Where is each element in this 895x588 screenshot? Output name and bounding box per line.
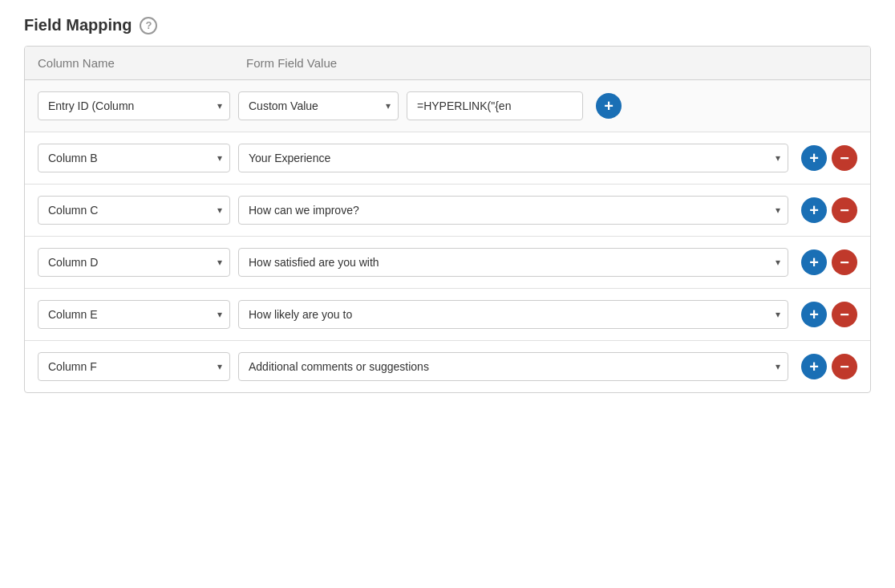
add-row-button-5[interactable]: + <box>801 302 827 327</box>
table-header: Column Name Form Field Value <box>25 47 870 80</box>
remove-row-button-6[interactable]: − <box>832 354 857 379</box>
field-select-3[interactable]: How can we improve? Your Experience <box>238 196 788 225</box>
section-header: Field Mapping ? <box>24 16 871 34</box>
custom-value-select-wrapper: Custom Value Form Field ▾ <box>238 91 399 120</box>
field-select-wrapper-2: Your Experience How can we improve? ▾ <box>238 144 788 172</box>
field-select-6[interactable]: Additional comments or suggestions Your … <box>238 352 788 381</box>
table-row: Column C Column A Column B ▾ How can we … <box>25 185 870 237</box>
add-row-button-1[interactable]: + <box>596 93 622 119</box>
column-select-wrapper-5: Column E Column A Column B ▾ <box>38 300 230 329</box>
table-row: Column E Column A Column B ▾ How likely … <box>25 289 870 341</box>
row-actions-1: + <box>596 93 622 119</box>
column-select-wrapper-6: Column F Column A Column B ▾ <box>38 352 230 381</box>
section-title-text: Field Mapping <box>24 16 132 34</box>
column-name-header: Column Name <box>38 56 246 70</box>
custom-value-select[interactable]: Custom Value Form Field <box>238 91 399 120</box>
remove-row-button-2[interactable]: − <box>832 145 857 171</box>
column-select-6[interactable]: Column F Column A Column B <box>38 352 230 381</box>
column-select-4[interactable]: Column D Column A Column B <box>38 248 230 277</box>
row-actions-5: + − <box>801 302 857 327</box>
help-icon[interactable]: ? <box>140 17 157 34</box>
row-actions-3: + − <box>801 197 857 223</box>
column-select-1[interactable]: Entry ID (Column Column A Column B <box>38 91 230 120</box>
add-row-button-3[interactable]: + <box>801 197 827 223</box>
remove-row-button-4[interactable]: − <box>832 249 857 275</box>
custom-value-input[interactable] <box>407 91 583 120</box>
form-field-header: Form Field Value <box>246 56 857 70</box>
column-select-wrapper-2: Column B Column A Column C ▾ <box>38 144 230 172</box>
field-mapping-table: Column Name Form Field Value Entry ID (C… <box>24 46 871 393</box>
field-select-4[interactable]: How satisfied are you with Your Experien… <box>238 248 788 277</box>
remove-row-button-3[interactable]: − <box>832 197 857 223</box>
remove-row-button-5[interactable]: − <box>832 302 857 327</box>
field-select-wrapper-5: How likely are you to Your Experience ▾ <box>238 300 788 329</box>
row-actions-2: + − <box>801 145 857 171</box>
table-row: Column F Column A Column B ▾ Additional … <box>25 341 870 392</box>
add-row-button-2[interactable]: + <box>801 145 827 171</box>
column-select-2[interactable]: Column B Column A Column C <box>38 144 230 172</box>
field-select-2[interactable]: Your Experience How can we improve? <box>238 144 788 172</box>
column-select-wrapper-3: Column C Column A Column B ▾ <box>38 196 230 225</box>
table-row: Entry ID (Column Column A Column B ▾ Cus… <box>25 80 870 132</box>
field-select-wrapper-6: Additional comments or suggestions Your … <box>238 352 788 381</box>
add-row-button-6[interactable]: + <box>801 354 827 379</box>
add-row-button-4[interactable]: + <box>801 249 827 275</box>
column-select-wrapper-4: Column D Column A Column B ▾ <box>38 248 230 277</box>
table-row: Column D Column A Column B ▾ How satisfi… <box>25 237 870 289</box>
field-select-wrapper-3: How can we improve? Your Experience ▾ <box>238 196 788 225</box>
column-select-wrapper-1: Entry ID (Column Column A Column B ▾ <box>38 91 230 120</box>
row-actions-4: + − <box>801 249 857 275</box>
column-select-5[interactable]: Column E Column A Column B <box>38 300 230 329</box>
field-select-5[interactable]: How likely are you to Your Experience <box>238 300 788 329</box>
row-actions-6: + − <box>801 354 857 379</box>
table-row: Column B Column A Column C ▾ Your Experi… <box>25 132 870 185</box>
column-select-3[interactable]: Column C Column A Column B <box>38 196 230 225</box>
field-select-wrapper-4: How satisfied are you with Your Experien… <box>238 248 788 277</box>
custom-input-wrapper <box>407 91 583 120</box>
